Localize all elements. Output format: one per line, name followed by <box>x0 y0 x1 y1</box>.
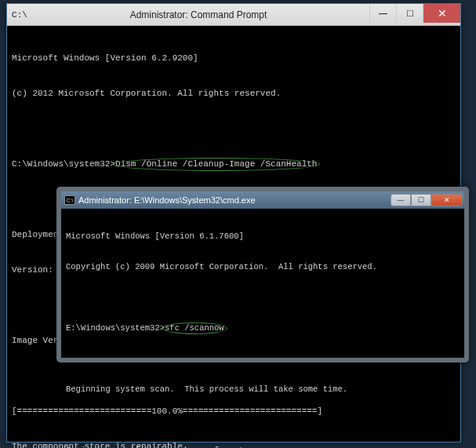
minimize-button[interactable]: — <box>391 194 411 206</box>
output-line: Microsoft Windows [Version 6.2.9200] <box>12 53 456 64</box>
cmd-icon: C:\ <box>64 195 75 205</box>
maximize-button[interactable]: ☐ <box>396 4 423 23</box>
maximize-button[interactable]: ☐ <box>411 194 431 206</box>
prompt-line: E:\Windows\system32>sfc /scannow <box>66 323 460 333</box>
titlebar-win7[interactable]: C:\ Administrator: E:\Windows\System32\c… <box>61 191 464 209</box>
window-controls: — ☐ ✕ <box>391 194 463 206</box>
terminal-content[interactable]: Microsoft Windows [Version 6.1.7600] Cop… <box>61 209 464 448</box>
minimize-button[interactable]: — <box>369 4 396 23</box>
highlighted-command: sfc /scannow <box>165 323 224 333</box>
cmd-icon: C:\ <box>12 7 27 23</box>
output-line: (c) 2012 Microsoft Corporation. All righ… <box>12 88 456 100</box>
highlighted-command: Dism /Online /Cleanup-Image /ScanHealth <box>115 158 317 170</box>
prompt-line: C:\Windows\system32>Dism /Online /Cleanu… <box>12 158 456 170</box>
command-prompt-window-win7: C:\ Administrator: E:\Windows\System32\c… <box>56 187 469 362</box>
output-line: Microsoft Windows [Version 6.1.7600] <box>66 231 460 242</box>
window-title: C:\ Administrator: E:\Windows\System32\c… <box>64 195 256 205</box>
window-controls: — ☐ ✕ <box>369 4 460 25</box>
close-button[interactable]: ✕ <box>423 4 460 23</box>
titlebar-win8[interactable]: C:\ Administrator: Command Prompt — ☐ ✕ <box>7 4 460 26</box>
close-button[interactable]: ✕ <box>431 194 463 206</box>
window-title: Administrator: Command Prompt <box>27 9 369 20</box>
output-line: Beginning system scan. This process will… <box>66 384 460 395</box>
output-line: Copyright (c) 2009 Microsoft Corporation… <box>66 262 460 272</box>
